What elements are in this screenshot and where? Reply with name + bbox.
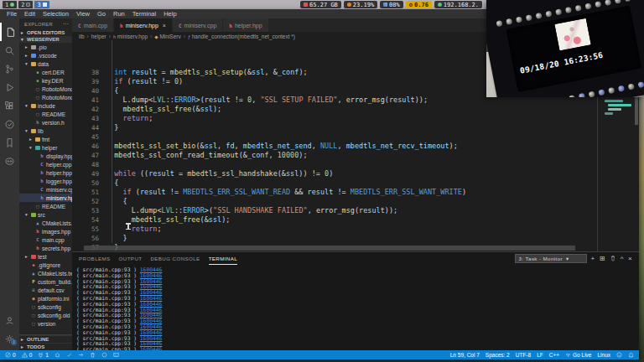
status-item-0[interactable]: 0 [22, 352, 33, 359]
source-control-icon[interactable] [0, 59, 19, 78]
menu-help[interactable]: Help [164, 10, 176, 18]
kill-terminal-icon[interactable] [610, 255, 616, 263]
horizontal-scrollbar[interactable] [84, 246, 575, 251]
tree-item-data[interactable]: ▾data [19, 59, 72, 68]
breadcrumb-item[interactable]: helper [91, 34, 106, 39]
tree-item-display-hpp[interactable]: hdisplay.hpp [19, 152, 72, 160]
tree-item-include[interactable]: ▾include [19, 101, 72, 110]
tree-item-lib[interactable]: ▾lib [19, 127, 72, 135]
tree-item-key-der[interactable]: ▪key.DER [19, 76, 72, 85]
outline-section[interactable]: ▸OUTLINE [19, 335, 72, 343]
bookmark-icon[interactable] [0, 133, 19, 152]
panel-tab-debug-console[interactable]: DEBUG CONSOLE [150, 252, 200, 265]
status-item-spaces-2[interactable]: Spaces: 2 [486, 352, 510, 358]
menu-go[interactable]: Go [97, 10, 106, 18]
maximize-panel-icon[interactable]: ^ [621, 256, 624, 262]
status-item-1[interactable]: 1 [38, 352, 49, 359]
status-item-0[interactable]: 0 [5, 352, 16, 359]
tree-item-logger-hpp[interactable]: hlogger.hpp [19, 177, 72, 185]
settings-gear-icon[interactable]: 1 [0, 329, 19, 348]
status-item-home[interactable] [55, 352, 60, 359]
panel-tab-output[interactable]: OUTPUT [119, 252, 143, 265]
tree-item-custom-build-py[interactable]: Pcustom_build.py [19, 277, 72, 286]
open-editors-section[interactable]: ▸OPEN EDITORS [19, 29, 72, 36]
tree-item-helper-cpp[interactable]: Chelper.cpp [19, 160, 72, 168]
new-terminal-icon[interactable]: + [591, 256, 595, 262]
menu-terminal[interactable]: Terminal [132, 10, 156, 18]
tree-item--pio[interactable]: ▸.pio [19, 43, 72, 51]
status-item-ln-59-col-7[interactable]: Ln 59, Col 7 [450, 352, 480, 358]
tree-item-helper-hpp[interactable]: hhelper.hpp [19, 168, 72, 177]
tree-item-images-hpp[interactable]: himages.hpp [19, 227, 72, 235]
close-icon[interactable]: × [163, 23, 166, 28]
terminal-selector[interactable]: 3: Task - Monitor ▾ [515, 254, 587, 263]
workspace-button-3[interactable]: 3 [34, 1, 49, 8]
explorer-more-icon[interactable]: ⋯ [63, 21, 69, 28]
menu-view[interactable]: View [76, 10, 90, 18]
tree-item--vscode[interactable]: ▸.vscode [19, 51, 72, 59]
menu-run[interactable]: Run [113, 10, 125, 18]
status-item-circle[interactable] [101, 352, 107, 359]
workspace-button-1[interactable]: 1 [3, 1, 17, 8]
panel-tab-terminal[interactable]: TERMINAL [209, 252, 238, 265]
terminal-output[interactable]: ( src/main.cpp:93 ) 1600446( src/main.cp… [72, 265, 639, 353]
tree-item-version[interactable]: □version [19, 319, 72, 328]
tree-item-cmakelists-txt[interactable]: ▲CMakeLists.txt [19, 219, 72, 227]
menu-selection[interactable]: Selection [43, 10, 69, 18]
tab-miniserv-cpp[interactable]: Cminiserv.cpp [173, 18, 223, 32]
tab-main-cpp[interactable]: Cmain.cpp [72, 18, 114, 32]
status-item-go-live[interactable]: Go Live [565, 352, 591, 359]
status-item-check[interactable] [66, 352, 72, 359]
run-debug-icon[interactable] [0, 78, 19, 96]
tree-item-main-cpp[interactable]: Cmain.cpp [19, 235, 72, 244]
explorer-icon[interactable] [0, 23, 19, 41]
tree-item-robotomono-b-[interactable]: □RobotoMono-B... [19, 85, 72, 93]
status-item-trash[interactable] [90, 352, 96, 359]
status-item-bell[interactable] [628, 352, 634, 359]
tab-helper-hpp[interactable]: hhelper.hpp [223, 18, 268, 32]
menu-edit[interactable]: Edit [24, 10, 35, 18]
tree-item-miniserv-hpp[interactable]: hminiserv.hpp [19, 194, 72, 202]
extensions-icon[interactable] [0, 96, 19, 115]
tree-item-cmakelists-txt[interactable]: ▲CMakeLists.txt [19, 269, 72, 277]
workspace-button-2[interactable]: 2 [18, 1, 33, 8]
account-icon[interactable] [0, 311, 19, 329]
tree-item-robotomono-b-[interactable]: □RobotoMono-B... [19, 93, 72, 101]
tree-item-default-csv[interactable]: ≡default.csv [19, 286, 72, 294]
breadcrumb-item[interactable]: lib [79, 34, 85, 39]
status-item-terminal-box[interactable] [113, 352, 119, 359]
workspace-root-section[interactable]: ▾WEBSERVER [19, 36, 72, 43]
tree-item-fmt[interactable]: ▸fmt [19, 135, 72, 143]
tree-item-version-h[interactable]: hversion.h [19, 118, 72, 127]
status-item-feedback[interactable] [616, 352, 622, 359]
split-terminal-icon[interactable]: ⊞ [600, 256, 605, 262]
status-item-lf[interactable]: LF [537, 352, 543, 358]
tree-item-miniserv-cpp[interactable]: Cminiserv.cpp [19, 185, 72, 194]
tree-item-helper[interactable]: ▾helper [19, 143, 72, 152]
tab-miniserv-hpp[interactable]: hminiserv.hpp× [114, 18, 173, 32]
tree-item-sdkconfig[interactable]: □sdkconfig [19, 303, 72, 311]
right-pane-scrollbar[interactable] [635, 96, 638, 125]
panel-tab-problems[interactable]: PROBLEMS [79, 252, 111, 265]
breadcrumb-item[interactable]: h miniserv.hpp [113, 34, 148, 39]
tree-item-readme[interactable]: □README [19, 202, 72, 210]
status-item-utf-8[interactable]: UTF-8 [516, 352, 531, 358]
tree-item-secrets-hpp[interactable]: hsecrets.hpp [19, 244, 72, 252]
tree-item-platformio-ini[interactable]: ●platformio.ini [19, 294, 72, 303]
tasks-icon[interactable] [0, 115, 19, 133]
tree-item--gitignore[interactable]: ◆.gitignore [19, 261, 72, 269]
tree-item-readme[interactable]: □README [19, 110, 72, 118]
tree-item-test[interactable]: ▸test [19, 252, 72, 261]
menu-file[interactable]: File [7, 10, 17, 18]
breadcrumb-item[interactable]: ƒ handle_connection(mbedtls_net_context … [188, 34, 295, 39]
status-item-arrow-right[interactable] [78, 352, 84, 359]
tree-item-sdkconfig-old[interactable]: □sdkconfig.old [19, 311, 72, 319]
close-panel-icon[interactable]: × [628, 256, 632, 262]
search-icon[interactable] [0, 41, 19, 59]
todos-section[interactable]: ▸TODOS [19, 343, 72, 350]
tree-item-cert-der[interactable]: ▪cert.DER [19, 68, 72, 76]
tree-item-src[interactable]: ▾src [19, 210, 72, 219]
status-item-linux[interactable]: Linux [597, 352, 610, 358]
platformio-icon[interactable] [0, 152, 19, 170]
status-item-c++[interactable]: C++ [549, 352, 559, 358]
